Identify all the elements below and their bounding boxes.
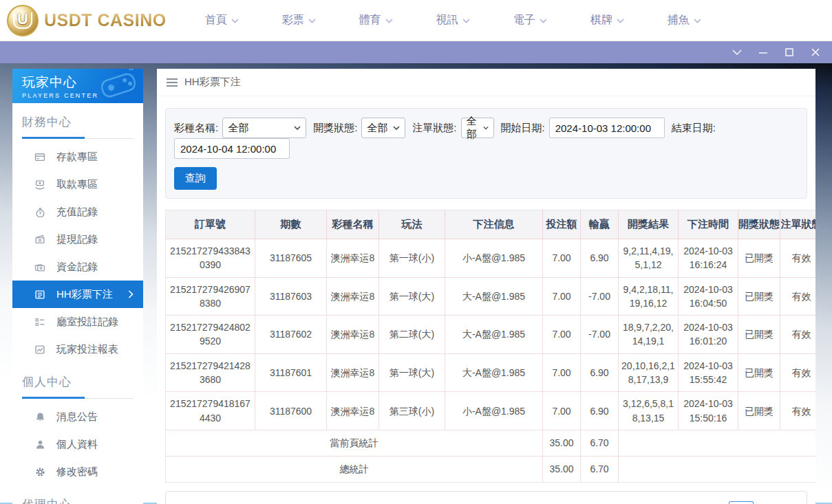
summary-label: 總統計 [166,456,543,482]
nav-item-video[interactable]: 視訊 [436,13,470,28]
sidebar-section-personal: 個人中心 [12,363,143,403]
sidebar-item-announcements[interactable]: 消息公告 [12,403,143,430]
cell-play-type: 第二球(大) [379,316,445,354]
sidebar-item-recharge-record[interactable]: ¥ 充值記錄 [12,198,143,226]
cell-bet-time: 2024-10-03 15:50:16 [679,392,738,430]
cell-bet-info: 小-A盤@1.985 [445,239,543,278]
sidebar-item-hall-bet-record[interactable]: 廳室投註記錄 [12,308,143,336]
section-title: 個人中心 [22,374,134,390]
cell-order-id: 2152172794214283680 [166,353,255,392]
sidebar-item-withdrawal-record[interactable]: 提現記錄 [12,226,143,253]
top-header: U USDT CASINO 首頁 彩票 體育 視訊 電子 棋牌 捕魚 [0,0,832,41]
start-date-label: 開始日期: [501,122,545,135]
nav-item-cards[interactable]: 棋牌 [590,13,624,28]
moneybag-icon: ¥ [34,207,45,217]
nav-item-lottery[interactable]: 彩票 [282,13,316,28]
cell-bet-amount: 7.00 [543,316,581,354]
cell-order-status: 有效 [780,316,816,354]
sidebar-item-funds-record[interactable]: 資金記錄 [12,253,143,281]
bet-list-icon [34,289,45,300]
cell-period: 31187603 [255,277,327,316]
cell-lottery-name: 澳洲幸运8 [327,277,379,316]
chevron-down-icon [385,19,393,23]
nav-label: 彩票 [282,13,304,28]
end-date-input[interactable] [174,138,290,159]
nav-item-home[interactable]: 首頁 [205,13,239,28]
select-value: 全部 [367,122,387,135]
chevron-down-icon [462,19,470,23]
chevron-down-icon [231,19,239,23]
page-jump-input[interactable] [729,501,754,504]
summary-winloss-total: 6.70 [581,430,619,456]
nav-item-slots[interactable]: 電子 [513,13,547,28]
logo-initial: U [13,12,32,29]
order-status-select[interactable]: 全部 [461,118,494,138]
sidebar-item-change-password[interactable]: 修改密碼 [12,458,143,485]
app-body: 玩家中心 PLAYERS CENTER 財務中心 存款專區 取款專區 ¥ 充值記… [0,63,832,504]
logo[interactable]: U USDT CASINO [7,5,167,36]
cell-play-type: 第一球(小) [379,239,445,278]
draw-status-select[interactable]: 全部 [361,118,405,138]
summary-label: 當前頁統計 [166,430,543,456]
sidebar-item-label: 修改密碼 [56,465,98,479]
table-row: 215217279426907838031187603澳洲幸运8第一球(大)大-… [166,277,816,316]
nav-item-sports[interactable]: 體育 [359,13,393,28]
lottery-name-select[interactable]: 全部 [222,118,306,138]
cell-draw-status: 已開獎 [738,392,780,430]
cell-bet-time: 2024-10-03 16:01:20 [679,316,738,354]
grand-summary-row: 總統計 35.00 6.70 [166,456,816,482]
cell-bet-info: 大-A盤@1.985 [445,316,543,354]
cell-draw-status: 已開獎 [738,316,780,354]
start-date-input[interactable] [549,118,665,138]
chevron-down-icon [617,19,624,23]
sidebar-item-label: 取款專區 [56,178,98,191]
table-row: 215217279421428368031187601澳洲幸运8第一球(大)大-… [166,353,816,392]
nav-item-fishing[interactable]: 捕魚 [668,13,701,28]
sidebar-item-profile[interactable]: 個人資料 [12,430,143,458]
withdraw-hand-icon [34,179,45,190]
dropdown-chevron-icon[interactable] [732,47,743,58]
sidebar-item-label: 充值記錄 [56,206,98,219]
cell-bet-info: 小-A盤@1.985 [445,392,543,430]
sidebar-item-player-bet-report[interactable]: 玩家投注報表 [12,336,143,363]
hamburger-menu-icon[interactable] [167,78,178,87]
cell-bet-amount: 7.00 [543,392,581,430]
cell-bet-amount: 7.00 [543,239,581,278]
sidebar-item-label: 提現記錄 [56,233,98,246]
nav-label: 棋牌 [590,13,612,28]
maximize-icon[interactable] [784,47,795,58]
nav-label: 捕魚 [668,13,690,28]
funds-icon [34,262,45,272]
cell-order-id: 2152172794248029520 [166,316,255,354]
sidebar-item-hh-lottery-bets[interactable]: HH彩票下注 [12,281,143,308]
sidebar-item-label: 廳室投註記錄 [56,316,118,329]
col-lottery-name: 彩種名稱 [327,210,379,239]
cell-draw-status: 已開獎 [738,353,780,392]
sidebar-item-withdraw[interactable]: 取款專區 [12,171,143,198]
sidebar-item-deposit[interactable]: 存款專區 [12,143,143,171]
col-play-type: 玩法 [379,210,445,239]
col-bet-info: 下注信息 [445,210,543,239]
minimize-icon[interactable] [758,47,769,58]
cell-draw-result: 20,10,16,2,18,17,13,9 [619,353,679,392]
chevron-down-icon [540,19,547,23]
table-row: 215217279424802952031187602澳洲幸运8第二球(大)大-… [166,316,816,354]
cell-bet-info: 大-A盤@1.985 [445,277,543,316]
nav-label: 視訊 [436,13,458,28]
sidebar-item-label: 資金記錄 [56,261,98,274]
query-button[interactable]: 查詢 [174,167,217,190]
close-icon[interactable] [810,47,821,58]
summary-bet-total: 35.00 [543,430,581,456]
sidebar: 玩家中心 PLAYERS CENTER 財務中心 存款專區 取款專區 ¥ 充值記… [12,69,143,504]
cell-period: 31187602 [255,316,327,354]
cell-period: 31187601 [255,353,327,392]
main-nav: 首頁 彩票 體育 視訊 電子 棋牌 捕魚 [205,13,701,28]
page-title: HH彩票下注 [184,76,241,89]
cell-play-type: 第一球(大) [379,277,445,316]
logo-ball-icon: U [7,5,39,36]
chevron-down-icon [483,126,489,130]
sidebar-header: 玩家中心 PLAYERS CENTER [12,69,143,103]
cell-play-type: 第三球(小) [379,392,445,430]
cell-period: 31187600 [255,392,327,430]
cell-draw-result: 3,12,6,5,8,18,13,15 [619,392,679,430]
